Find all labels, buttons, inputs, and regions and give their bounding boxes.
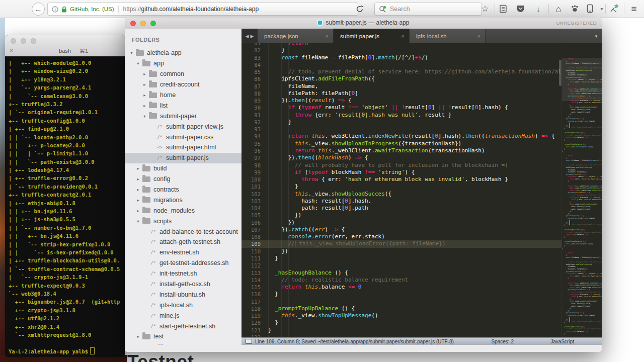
sidebar[interactable]: FOLDERS ▾aletheia-app▾app▸common▸credit-…	[125, 29, 242, 345]
close-window-icon[interactable]	[11, 38, 16, 44]
disclosure-closed-icon[interactable]: ▸	[142, 71, 147, 76]
tab-overflow-icon[interactable]: ▾	[591, 29, 602, 43]
tree-item-label: install-geth-osx.sh	[159, 281, 210, 288]
tree-folder-row[interactable]: ▸node_modules	[125, 205, 242, 216]
minimap-viewport[interactable]	[562, 58, 602, 101]
disclosure-closed-icon[interactable]: ▸	[135, 334, 141, 339]
tree-file-row[interactable]: /*get-testnet-addresses.sh	[125, 258, 242, 268]
tree-folder-row[interactable]: ▸list	[125, 100, 242, 111]
terminal-line: | | +-- js-sha3@0.5.5	[9, 215, 125, 223]
search-icon[interactable]	[379, 6, 386, 13]
disclosure-closed-icon[interactable]: ▸	[135, 208, 141, 213]
file-icon: /*	[155, 135, 164, 140]
code-line: 113 _hasEnoughBalance () {	[242, 269, 602, 277]
pocket-icon[interactable]	[516, 5, 525, 13]
tab-ipfs-local.sh[interactable]: ipfs-local.sh×	[410, 29, 486, 43]
terminal-titlebar[interactable]	[5, 35, 125, 46]
menu-hamburger-icon[interactable]: ≡	[628, 3, 640, 15]
terminal-tab-bar[interactable]: × bash ⌘1	[5, 46, 125, 57]
disclosure-closed-icon[interactable]: ▸	[135, 176, 141, 182]
status-window-icon[interactable]	[246, 339, 252, 344]
tree-folder-row[interactable]: ▾aletheia-app	[125, 48, 242, 58]
tree-file-row[interactable]: <>submit-paper.html	[125, 142, 242, 153]
tree-folder-row[interactable]: ▸home	[125, 90, 242, 101]
terminal-window[interactable]: × bash ⌘1 | +-- which-module@1.0.0| +-- …	[5, 35, 125, 357]
overflow-caret-icon[interactable]: ▾	[596, 3, 608, 15]
tree-file-row[interactable]: /*submit-paper-view.js	[125, 121, 242, 132]
search-bar[interactable]: Search	[374, 3, 482, 16]
disclosure-closed-icon[interactable]: ▸	[142, 93, 147, 98]
url-bar[interactable]: GitHub, Inc. (US) https://github.com/ale…	[47, 3, 358, 16]
zoom-window-icon[interactable]	[31, 38, 36, 44]
tree-file-row[interactable]: /*add-balance-to-test-account	[125, 226, 242, 237]
editor-pane[interactable]: ◀ ▶ package.json×submit-paper.js×ipfs-lo…	[242, 29, 602, 345]
tree-file-row[interactable]: /*init-testnet.sh	[125, 268, 242, 279]
terminal-output[interactable]: | +-- which-module@1.0.0| +-- window-siz…	[5, 56, 125, 357]
downloads-icon[interactable]: ↓	[532, 3, 544, 15]
tab-close-icon[interactable]: ×	[401, 33, 405, 39]
tree-folder-row[interactable]: ▾scripts	[125, 216, 242, 226]
url-text[interactable]: https://github.com/aletheia-foundation/a…	[118, 6, 259, 13]
tree-file-row[interactable]: /*mine.js	[125, 310, 242, 321]
disclosure-open-icon[interactable]: ▾	[129, 50, 134, 55]
tree-folder-row[interactable]: ▸contracts	[125, 185, 242, 195]
tree-folder-row[interactable]: ▾submit-paper	[125, 111, 242, 121]
code-line: 110 })	[242, 248, 602, 255]
paw-extension-icon[interactable]	[571, 5, 579, 13]
tab-package.json[interactable]: package.json×	[258, 29, 334, 43]
tree-file-row[interactable]: /*attach-geth-testnet.sh	[125, 237, 242, 247]
terminal-tab-title[interactable]: bash	[5, 48, 125, 54]
tree-file-row[interactable]: /*env-testnet.sh	[125, 247, 242, 258]
minimize-window-icon[interactable]	[21, 38, 26, 44]
tree-folder-row[interactable]: ▾app	[125, 58, 242, 69]
tab-history-nav[interactable]: ◀ ▶	[242, 29, 258, 43]
bookmark-star-icon[interactable]: ☆	[479, 3, 491, 15]
code-area[interactable]: 81 return82 }83 const fileName = filePat…	[242, 43, 602, 345]
tree-file-row[interactable]: /*submit-paper.css	[125, 132, 242, 142]
tools-extension-icon[interactable]	[609, 4, 619, 14]
tree-file-row[interactable]: /*ipfs-local.sh	[125, 300, 242, 310]
tree-file-row[interactable]: ▢.gitignore	[125, 342, 242, 345]
tab-close-icon[interactable]: ×	[326, 33, 329, 39]
code-line: 102 this._view.showUploadSucces({	[242, 191, 602, 198]
back-button[interactable]: ←	[32, 3, 45, 16]
disclosure-open-icon[interactable]: ▾	[135, 219, 141, 224]
editor-titlebar[interactable]: submit-paper.js — aletheia-app UNREGISTE…	[125, 18, 602, 29]
tree-folder-row[interactable]: ▸migrations	[125, 195, 242, 205]
line-number: 83	[242, 54, 268, 61]
reading-list-icon[interactable]	[499, 5, 507, 13]
disclosure-open-icon[interactable]: ▾	[142, 114, 147, 119]
vertical-scrollbar[interactable]	[559, 60, 561, 86]
tree-file-row[interactable]: /*submit-paper.js	[125, 153, 242, 163]
home-icon[interactable]: ⌂	[552, 3, 565, 15]
tree-folder-row[interactable]: ▸credit-account	[125, 79, 242, 90]
tree-folder-row[interactable]: ▸test	[125, 331, 242, 342]
nav-back-icon[interactable]: ◀	[246, 34, 249, 39]
tree-folder-row[interactable]: ▸common	[125, 69, 242, 79]
file-tree: ▾aletheia-app▾app▸common▸credit-account▸…	[125, 48, 242, 345]
editor-window[interactable]: submit-paper.js — aletheia-app UNREGISTE…	[125, 18, 602, 352]
disclosure-closed-icon[interactable]: ▸	[142, 82, 147, 87]
disclosure-closed-icon[interactable]: ▸	[142, 103, 147, 108]
tab-submit-paper.js[interactable]: submit-paper.js×	[334, 29, 410, 43]
tree-file-row[interactable]: /*install-geth-osx.sh	[125, 279, 242, 290]
disclosure-open-icon[interactable]: ▾	[135, 61, 141, 66]
refresh-icon[interactable]	[355, 4, 365, 14]
disclosure-closed-icon[interactable]: ▸	[135, 166, 141, 171]
tree-folder-row[interactable]: ▸config	[125, 174, 242, 185]
sidebar-device-icon[interactable]	[587, 4, 593, 13]
minimap[interactable]: return } const fileName = filePath[0].ma…	[561, 58, 602, 345]
tab-close-icon[interactable]: ×	[477, 33, 480, 39]
status-indent[interactable]: Spaces: 2	[492, 339, 514, 344]
folders-header: FOLDERS	[132, 37, 242, 43]
disclosure-closed-icon[interactable]: ▸	[135, 187, 141, 192]
nav-forward-icon[interactable]: ▶	[251, 34, 254, 39]
tree-file-row[interactable]: /*install-ubuntu.sh	[125, 289, 242, 300]
security-label[interactable]: GitHub, Inc. (US)	[70, 6, 114, 12]
info-icon[interactable]	[52, 6, 58, 13]
status-syntax[interactable]: JavaScript	[550, 339, 574, 344]
tree-folder-row[interactable]: ▸build	[125, 163, 242, 174]
disclosure-closed-icon[interactable]: ▸	[135, 198, 141, 203]
tree-file-row[interactable]: /*start-geth-testnet.sh	[125, 321, 242, 331]
terminal-line: | +-- ethjs-abi@0.1.8	[9, 199, 125, 207]
